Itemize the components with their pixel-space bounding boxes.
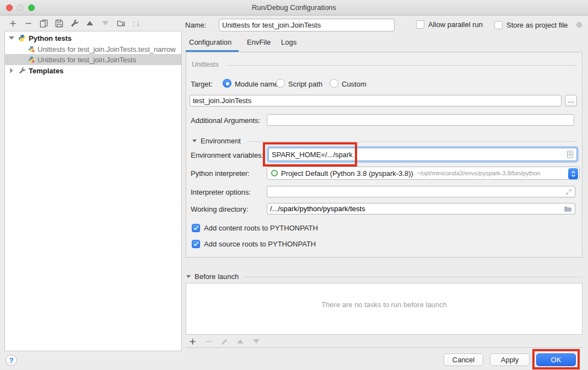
interpreter-options-field <box>267 186 575 197</box>
tree-item-label: Templates <box>29 67 63 75</box>
tree-item-label: Unittests for test_join.JoinTests.test_n… <box>37 45 176 53</box>
tree-item-label: Python tests <box>29 34 72 42</box>
expand-icon[interactable] <box>565 189 572 195</box>
working-directory-label: Working directory: <box>191 205 249 213</box>
folder-icon[interactable] <box>564 205 572 212</box>
allow-parallel-run-checkbox[interactable]: Allow parallel run <box>416 20 483 29</box>
remove-icon[interactable] <box>204 337 213 346</box>
apply-button[interactable]: Apply <box>490 353 530 366</box>
radio-script-path[interactable] <box>276 79 285 88</box>
dropdown-spinner-icon[interactable] <box>568 168 578 179</box>
environment-section-label: Environment <box>201 137 241 145</box>
svg-text:z: z <box>132 24 134 28</box>
move-up-icon[interactable] <box>236 337 245 346</box>
python-test-config-icon <box>28 56 35 63</box>
add-source-roots-checkbox[interactable]: Add source roots to PYTHONPATH <box>192 240 316 248</box>
tree-item-python-tests[interactable]: Python tests <box>5 33 181 44</box>
env-vars-list-icon[interactable] <box>567 151 574 158</box>
gear-icon[interactable] <box>575 20 584 29</box>
titlebar: Run/Debug Configurations <box>0 0 588 15</box>
interpreter-options-input[interactable] <box>270 187 572 196</box>
radio-module-name-label: Module name <box>235 80 278 88</box>
checkbox-checked-icon[interactable] <box>192 240 200 248</box>
window-title: Run/Debug Configurations <box>0 0 588 15</box>
interpreter-env-icon <box>271 170 278 176</box>
browse-button[interactable]: ... <box>565 95 577 106</box>
name-input[interactable] <box>219 19 395 31</box>
environment-section-collapse-icon[interactable] <box>192 140 197 142</box>
configurations-toolbar: az <box>8 18 141 28</box>
tab-envfile[interactable]: EnvFile <box>247 38 271 50</box>
store-as-project-file-label: Store as project file <box>506 21 568 29</box>
tab-configuration[interactable]: Configuration <box>189 38 231 50</box>
allow-parallel-run-label: Allow parallel run <box>428 20 483 29</box>
tree-item-unittests-jointests-selected[interactable]: Unittests for test_join.JoinTests <box>5 54 181 65</box>
cancel-button[interactable]: Cancel <box>444 353 483 366</box>
store-as-project-file-checkbox[interactable]: Store as project file <box>494 20 584 29</box>
before-launch-collapse-icon[interactable] <box>186 275 191 278</box>
target-input[interactable] <box>190 95 562 106</box>
add-icon[interactable] <box>8 19 17 28</box>
unittests-group-title: Unittests <box>192 61 219 68</box>
new-folder-icon[interactable] <box>116 19 125 28</box>
edit-templates-wrench-icon[interactable] <box>70 19 79 28</box>
move-down-icon[interactable] <box>252 337 261 346</box>
target-label: Target: <box>191 80 213 88</box>
before-launch-section-label: Before launch <box>195 272 239 281</box>
add-content-roots-checkbox[interactable]: Add content roots to PYTHONPATH <box>192 224 318 232</box>
python-icon <box>18 34 26 42</box>
tree-item-unittests-test-narrow[interactable]: Unittests for test_join.JoinTests.test_n… <box>5 44 181 55</box>
working-directory-input[interactable] <box>270 205 572 213</box>
python-test-config-icon <box>28 46 35 52</box>
svg-text:a: a <box>132 19 134 23</box>
radio-module-name[interactable] <box>223 79 231 88</box>
tree-item-label: Unittests for test_join.JoinTests <box>37 56 136 64</box>
help-button[interactable]: ? <box>6 355 17 366</box>
python-interpreter-path: ~/opt/miniconda3/envs/pyspark-3.8/bin/py… <box>417 170 541 176</box>
group-divider <box>227 65 576 66</box>
chevron-right-icon[interactable] <box>8 68 15 73</box>
before-launch-divider <box>243 277 582 277</box>
radio-script-path-label: Script path <box>288 80 322 88</box>
interpreter-options-label: Interpreter options: <box>191 188 251 196</box>
environment-divider <box>248 141 576 142</box>
before-launch-task-list: There are no tasks to run before launch <box>186 283 582 335</box>
checkbox-checked-icon[interactable] <box>192 224 200 232</box>
environment-variables-field <box>267 146 579 163</box>
save-icon[interactable] <box>55 19 63 28</box>
environment-variables-label: Environment variables: <box>191 151 263 159</box>
tree-item-templates[interactable]: Templates <box>5 65 181 76</box>
move-down-icon[interactable] <box>101 19 110 28</box>
working-directory-field <box>267 203 575 215</box>
checkbox-icon[interactable] <box>416 20 424 29</box>
python-interpreter-dropdown[interactable]: Project Default (Python 3.8 (pyspark-3.8… <box>267 167 580 180</box>
radio-custom-label: Custom <box>342 80 366 88</box>
run-debug-configurations-dialog: Run/Debug Configurations az Python tests <box>0 0 588 370</box>
sort-alphabetically-icon[interactable]: az <box>132 19 141 28</box>
configurations-tree: Python tests Unittests for test_join.Joi… <box>4 31 182 351</box>
python-interpreter-label: Python interpreter: <box>191 169 250 178</box>
environment-variables-input[interactable] <box>269 148 576 160</box>
checkbox-icon[interactable] <box>494 21 503 29</box>
add-content-roots-label: Add content roots to PYTHONPATH <box>204 224 318 232</box>
copy-icon[interactable] <box>39 19 48 28</box>
configuration-form-panel: Unittests Target: Module name Script pat… <box>186 52 582 258</box>
wrench-icon <box>19 67 26 74</box>
additional-arguments-label: Additional Arguments: <box>191 116 260 125</box>
before-launch-toolbar <box>188 337 261 346</box>
name-label: Name: <box>185 21 206 29</box>
remove-icon[interactable] <box>24 19 33 28</box>
add-icon[interactable] <box>188 337 197 346</box>
tab-logs[interactable]: Logs <box>281 38 296 50</box>
footer-divider <box>186 347 582 348</box>
additional-arguments-input[interactable] <box>267 114 574 126</box>
chevron-down-icon[interactable] <box>8 36 15 40</box>
edit-pencil-icon[interactable] <box>220 337 229 346</box>
python-interpreter-value: Project Default (Python 3.8 (pyspark-3.8… <box>281 169 413 178</box>
radio-custom[interactable] <box>330 79 338 88</box>
ok-button[interactable]: OK <box>536 353 576 366</box>
add-source-roots-label: Add source roots to PYTHONPATH <box>204 240 316 248</box>
move-up-icon[interactable] <box>85 19 94 28</box>
before-launch-empty-message: There are no tasks to run before launch <box>321 301 447 318</box>
